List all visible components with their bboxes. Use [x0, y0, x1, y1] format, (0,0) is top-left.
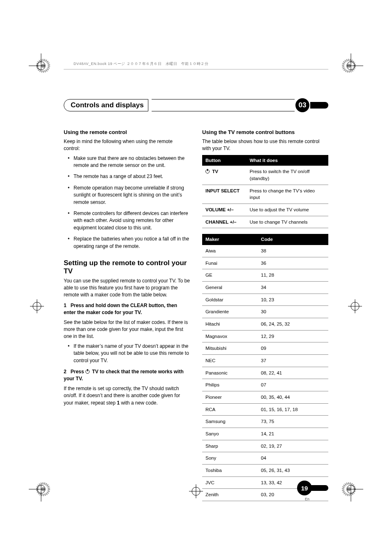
table-cell: Zenith [202, 489, 258, 501]
table-cell: 37 [258, 355, 328, 367]
table-cell: Mitsubishi [202, 342, 258, 355]
power-icon [205, 169, 210, 173]
paragraph: The table below shows how to use this re… [202, 138, 328, 153]
heading-tv-buttons: Using the TV remote control buttons [202, 129, 328, 136]
table-cell: 38 [258, 245, 328, 257]
table-row: Panasonic08, 22, 41 [202, 367, 328, 379]
crop-mark-icon [345, 296, 365, 317]
table-cell: INPUT SELECT [202, 185, 246, 204]
table-row: Toshiba05, 26, 31, 43 [202, 465, 328, 477]
table-row: Sony04 [202, 452, 328, 465]
table-header: Maker [202, 234, 258, 245]
table-cell: Pioneer [202, 391, 258, 404]
list-item: The remote has a range of about 23 feet. [69, 173, 190, 180]
table-cell: Aiwa [202, 245, 258, 257]
table-cell: 73, 75 [258, 416, 328, 428]
page-tail [310, 485, 328, 491]
table-cell: Sony [202, 452, 258, 465]
list-item: If the maker’s name of your TV doesn’t a… [69, 343, 190, 364]
table-cell: TV [202, 166, 246, 185]
page-number-badge: 19 En [297, 481, 328, 495]
table-cell: General [202, 282, 258, 294]
table-cell: Philips [202, 379, 258, 391]
list-item: Remote operation may become unreliable i… [69, 185, 190, 206]
table-cell: VOLUME +/– [202, 204, 246, 216]
remote-tips-list: Make sure that there are no obstacles be… [64, 155, 190, 250]
table-cell: 30 [258, 306, 328, 318]
table-cell: Press to change the TV’s video input [246, 185, 328, 204]
table-row: Sanyo14, 21 [202, 428, 328, 440]
table-row: Philips07 [202, 379, 328, 391]
table-cell: 05, 26, 31, 43 [258, 465, 328, 477]
table-cell: 10, 23 [258, 294, 328, 306]
table-cell: Use to change TV channels [246, 216, 328, 228]
list-item: Replace the batteries when you notice a … [69, 236, 190, 250]
right-column: Using the TV remote control buttons The … [202, 129, 328, 507]
heading-using-remote: Using the remote control [64, 129, 190, 136]
table-row: Pioneer00, 35, 40, 44 [202, 391, 328, 404]
table-row: VOLUME +/–Use to adjust the TV volume [202, 204, 328, 216]
table-cell: 34 [258, 282, 328, 294]
table-cell: Sanyo [202, 428, 258, 440]
table-cell: Goldstar [202, 294, 258, 306]
crop-mark-icon [29, 53, 53, 78]
table-header: Code [258, 234, 328, 245]
table-cell: RCA [202, 403, 258, 416]
chapter-number-badge: 03 [295, 98, 309, 112]
table-cell: Use to adjust the TV volume [246, 204, 328, 216]
table-row: INPUT SELECTPress to change the TV’s vid… [202, 185, 328, 204]
table-cell: Press to switch the TV on/off (standby) [246, 166, 328, 185]
paragraph: Keep in mind the following when using th… [64, 138, 190, 153]
table-row: Hitachi06, 24, 25, 32 [202, 318, 328, 331]
table-cell: 04 [258, 452, 328, 465]
table-row: TVPress to switch the TV on/off (standby… [202, 166, 328, 185]
table-row: Samsung73, 75 [202, 416, 328, 428]
table-row: Funai36 [202, 257, 328, 269]
chapter-header: Controls and displays 03 [64, 98, 328, 112]
table-header: Button [202, 155, 246, 166]
table-row: CHANNEL +/–Use to change TV channels [202, 216, 328, 228]
table-cell: 00, 35, 40, 44 [258, 391, 328, 404]
table-cell: 11, 28 [258, 269, 328, 282]
paragraph: You can use the supplied remote to contr… [64, 278, 190, 299]
left-column: Using the remote control Keep in mind th… [64, 129, 190, 507]
table-row: Mitsubishi09 [202, 342, 328, 355]
step-2: 2 Press TV to check that the remote work… [64, 368, 190, 383]
page-lang: En [305, 497, 309, 501]
chapter-tail [310, 102, 328, 109]
page-sheet: DV48AV_EN.book 19 ページ ２００７年６月６日 水曜日 午前１０… [64, 60, 328, 495]
table-cell: Samsung [202, 416, 258, 428]
list-item: Remote controllers for different devices… [69, 210, 190, 231]
step-1: 1 Press and hold down the CLEAR button, … [64, 302, 190, 317]
table-cell: 02, 19, 27 [258, 440, 328, 452]
table-cell: 06, 24, 25, 32 [258, 318, 328, 331]
table-cell: 08, 22, 41 [258, 367, 328, 379]
table-cell: Grandiente [202, 306, 258, 318]
table-row: RCA01, 15, 16, 17, 18 [202, 403, 328, 416]
table-cell: Funai [202, 257, 258, 269]
power-icon [85, 370, 90, 374]
table-row: Goldstar10, 23 [202, 294, 328, 306]
table-cell: NEC [202, 355, 258, 367]
table-row: Grandiente30 [202, 306, 328, 318]
crop-mark-icon [339, 477, 363, 502]
table-cell: GE [202, 269, 258, 282]
table-cell: 12, 29 [258, 330, 328, 342]
crop-mark-icon [27, 296, 47, 317]
maker-code-table: Maker Code Aiwa38Funai36GE11, 28General3… [202, 234, 328, 501]
table-row: Sharp02, 19, 27 [202, 440, 328, 452]
list-item: Make sure that there are no obstacles be… [69, 155, 190, 169]
chapter-bar [152, 99, 295, 111]
table-cell: Panasonic [202, 367, 258, 379]
crop-mark-icon [339, 53, 363, 78]
crop-mark-icon [29, 477, 53, 502]
table-cell: Hitachi [202, 318, 258, 331]
chapter-title: Controls and displays [64, 99, 148, 111]
table-header: What it does [246, 155, 328, 166]
book-header-line: DV48AV_EN.book 19 ページ ２００７年６月６日 水曜日 午前１０… [64, 60, 328, 69]
button-function-table: Button What it does TVPress to switch th… [202, 155, 328, 229]
table-row: NEC37 [202, 355, 328, 367]
paragraph: If the remote is set up correctly, the T… [64, 385, 190, 407]
table-cell: 07 [258, 379, 328, 391]
table-cell: 14, 21 [258, 428, 328, 440]
